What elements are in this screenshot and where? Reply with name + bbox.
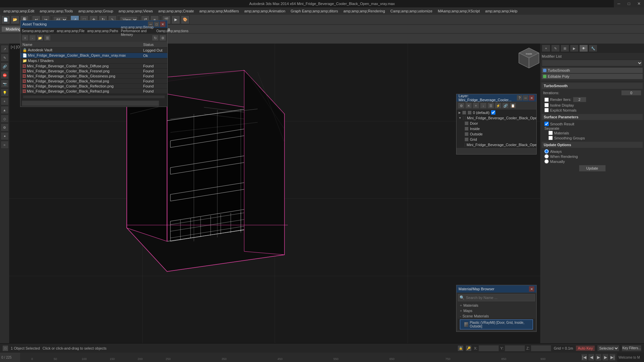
layer-visibility[interactable] <box>462 111 466 115</box>
layer-visibility[interactable] <box>465 132 469 136</box>
maximize-button[interactable]: □ <box>624 0 634 7</box>
scene-materials-section[interactable]: - Scene Materials <box>458 313 535 319</box>
layer-item[interactable]: ▶ 0 (default) <box>457 110 536 115</box>
sidebar-shapes-icon[interactable]: ◇ <box>1 115 9 123</box>
rp-tab-create[interactable]: + <box>542 45 550 52</box>
at-toolbar-settings[interactable]: ⚙ <box>159 35 166 41</box>
lm-toolbar-btn-2[interactable]: ✕ <box>465 103 472 109</box>
lm-toolbar-btn-6[interactable]: ⚡ <box>495 103 501 109</box>
lm-toolbar-btn-3[interactable]: + <box>473 103 479 109</box>
iterations-input[interactable] <box>621 90 641 96</box>
render-iters-input[interactable] <box>573 97 586 102</box>
always-radio[interactable] <box>544 149 549 154</box>
sidebar-paint-icon[interactable]: ✎ <box>1 54 9 62</box>
timeline-scrubber[interactable]: 0 50 100 150 200 250 350 450 550 650 750… <box>20 353 580 362</box>
layer-visibility[interactable] <box>465 143 465 147</box>
rp-tab-hierarchy[interactable]: ⊞ <box>560 45 569 52</box>
at-toolbar-add[interactable]: + <box>22 35 29 41</box>
rp-tab-display[interactable]: 👁 <box>579 45 588 52</box>
menu-views[interactable]: amp;amp;amp;Views <box>116 8 155 14</box>
lm-toolbar-btn-4[interactable]: ↓ <box>480 103 487 109</box>
at-menu-server[interactable]: Seramp;amp;amp;ver <box>22 29 54 33</box>
manually-radio[interactable] <box>544 159 549 164</box>
sidebar-systems-icon[interactable]: ⚙ <box>1 123 9 131</box>
asset-path-input[interactable] <box>22 101 159 106</box>
nav-cube[interactable]: Inside <box>517 46 537 66</box>
table-row[interactable]: 🖼Mini_Fridge_Beverage_Cooler_Black_Norma… <box>20 79 167 84</box>
selected-dropdown[interactable]: Selected <box>597 345 619 351</box>
layer-lock[interactable] <box>465 116 466 120</box>
at-toolbar-folder[interactable]: 📁 <box>37 35 43 41</box>
layer-item[interactable]: Inside <box>457 126 536 131</box>
at-menu-options[interactable]: Oamp;amp;amp;tions <box>156 29 189 33</box>
layer-checkbox[interactable] <box>491 110 495 115</box>
sidebar-spacewarp-icon[interactable]: ≈ <box>1 141 9 149</box>
menu-rendering[interactable]: amp;amp;amp;Rendering <box>341 8 387 14</box>
lm-close-btn[interactable]: ✕ <box>529 95 534 101</box>
explicit-normals-checkbox[interactable] <box>544 108 549 112</box>
table-row[interactable]: 📁Maps / Shaders <box>20 58 167 64</box>
table-row[interactable]: 🖼Mini_Fridge_Beverage_Cooler_Black_Fresn… <box>20 69 167 74</box>
menu-tools[interactable]: amp;amp;amp;Tools <box>38 8 75 14</box>
modifier-list-dropdown[interactable] <box>542 60 643 66</box>
sidebar-helpers-icon[interactable]: + <box>1 97 9 105</box>
layer-lock[interactable] <box>468 111 472 115</box>
sidebar-geometry-icon[interactable]: ▲ <box>1 106 9 114</box>
next-frame-button[interactable]: ▶ <box>602 354 609 361</box>
rp-tab-motion[interactable]: ▶ <box>570 45 579 52</box>
menu-modifiers[interactable]: amp;amp;amp;Modifiers <box>197 8 241 14</box>
smooth-result-checkbox[interactable] <box>544 122 549 126</box>
menu-animation[interactable]: amp;amp;amp;Animation <box>242 8 287 14</box>
update-button[interactable]: Update <box>579 165 606 172</box>
prev-frame-button[interactable]: ◀ <box>588 354 595 361</box>
lm-help-btn[interactable]: ? <box>517 95 522 101</box>
key-filters-button[interactable]: Key Filters... <box>622 345 641 351</box>
layer-item[interactable]: Door <box>457 121 536 126</box>
table-row[interactable]: 📄Mini_Fridge_Beverage_Cooler_Black_Open_… <box>20 53 167 58</box>
at-close-btn[interactable]: ✕ <box>160 21 165 27</box>
layer-visibility[interactable] <box>463 116 464 120</box>
isoline-checkbox[interactable] <box>544 103 549 107</box>
layer-visibility[interactable] <box>465 121 469 125</box>
sidebar-unlink-icon[interactable]: ⛔ <box>1 71 9 79</box>
lm-toolbar-btn-8[interactable]: 📋 <box>509 103 516 109</box>
menu-group[interactable]: amp;amp;amp;Group <box>76 8 115 14</box>
menu-edit[interactable]: amp;amp;amp;Edit <box>1 8 36 14</box>
at-toolbar-refresh[interactable]: ↻ <box>152 35 159 41</box>
table-row[interactable]: 🖼Mini_Fridge_Beverage_Cooler_Black_Refle… <box>20 84 167 89</box>
sidebar-particle-icon[interactable]: ✦ <box>1 132 9 140</box>
modifier-turbosmooth[interactable]: TurboSmooth <box>542 68 643 73</box>
layer-visibility[interactable] <box>465 137 469 141</box>
go-end-button[interactable]: ▶| <box>609 354 616 361</box>
layer-manager-titlebar[interactable]: Layer: Mini_Fridge_Beverage_Cooler... ? … <box>457 94 536 102</box>
y-input[interactable] <box>505 345 525 351</box>
x-input[interactable] <box>479 345 499 351</box>
render-iters-checkbox[interactable] <box>544 98 549 102</box>
at-menu-paths[interactable]: amp;amp;amp;Paths <box>87 29 118 33</box>
sidebar-select-icon[interactable]: ↗ <box>1 45 9 53</box>
smoothing-groups-checkbox[interactable] <box>548 136 553 140</box>
menu-help[interactable]: amp;amp;amp;Help <box>483 8 520 14</box>
lm-toolbar-btn-1[interactable]: ⚙ <box>458 103 465 109</box>
table-row[interactable]: 🖼Mini_Fridge_Beverage_Cooler_Black_Gloss… <box>20 74 167 79</box>
at-menu-file[interactable]: amp;amp;amp;File <box>57 29 85 33</box>
rp-tab-utilities[interactable]: 🔧 <box>589 45 597 52</box>
menu-maxscript[interactable]: MAamp;amp;amp;XScript <box>436 8 482 14</box>
menu-customize[interactable]: Camp;amp;amp;ustomize <box>388 8 434 14</box>
menu-create[interactable]: amp;amp;amp;Create <box>156 8 196 14</box>
at-menu-bitmap[interactable]: amp;amp;amp;Bitmap Performance and Memor… <box>121 25 154 37</box>
at-toolbar-remove[interactable]: - <box>29 35 36 41</box>
modifier-editable-poly[interactable]: Editable Poly <box>542 74 643 79</box>
mb-close-btn[interactable]: ✕ <box>529 286 534 292</box>
rp-tab-modify[interactable]: ✎ <box>551 45 560 52</box>
menu-graph-editors[interactable]: Graph Eamp;amp;amp;ditors <box>289 8 340 14</box>
sidebar-light-icon[interactable]: 💡 <box>1 88 9 97</box>
layer-item[interactable]: Mini_Fridge_Beverage_Cooler_Black_Open <box>457 142 536 147</box>
new-scene-button[interactable]: 📄 <box>1 15 10 24</box>
mat-item-plastic[interactable]: Plastic (VRayMtl) [Door, Grid, Inside, O… <box>460 319 533 329</box>
close-button[interactable]: ✕ <box>634 0 644 7</box>
at-restore-btn[interactable]: □ <box>154 21 159 27</box>
minimize-button[interactable]: ─ <box>614 0 624 7</box>
render-button[interactable]: ▶ <box>171 15 180 24</box>
when-rendering-radio[interactable] <box>544 154 549 159</box>
